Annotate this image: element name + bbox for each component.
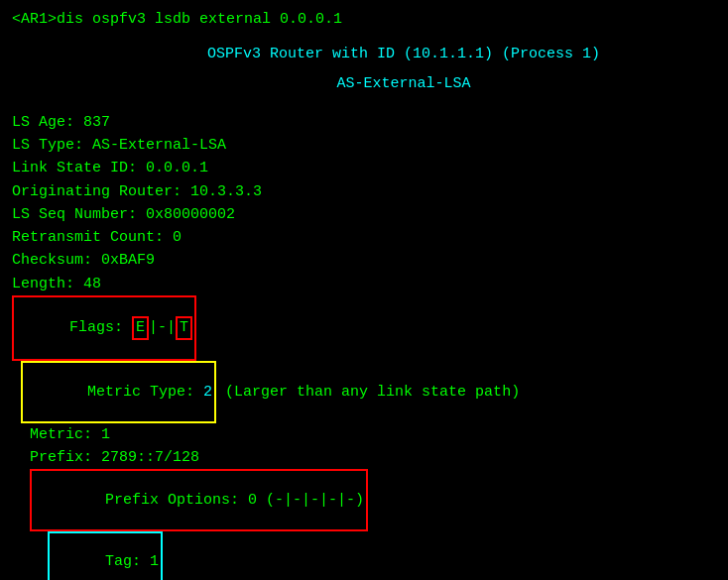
prefix-options-line: Prefix Options: 0 (-|-|-|-|-) — [12, 469, 716, 531]
retransmit-count: Retransmit Count: 0 — [12, 226, 716, 249]
prefix: Prefix: 2789::7/128 — [12, 446, 716, 469]
lsa-type-header: AS-External-LSA — [12, 72, 716, 95]
flags-t-box: T — [176, 316, 192, 340]
prefix-options-indent — [12, 489, 30, 512]
tag-value: 1 — [150, 553, 159, 570]
length: Length: 48 — [12, 273, 716, 295]
metric-type-line: Metric Type: 2 (Larger than any link sta… — [12, 361, 716, 423]
tag-label: Tag: — [105, 553, 150, 570]
ospf-header: OSPFv3 Router with ID (10.1.1.1) (Proces… — [12, 43, 716, 65]
metric-type-desc: (Larger than any link state path) — [216, 381, 520, 404]
link-state-id: Link State ID: 0.0.0.1 — [12, 157, 716, 179]
checksum: Checksum: 0xBAF9 — [12, 249, 716, 272]
ls-seq-number: LS Seq Number: 0x80000002 — [12, 203, 716, 226]
flags-e-box: E — [132, 316, 149, 340]
metric: Metric: 1 — [12, 423, 716, 446]
command-line: <AR1>dis ospfv3 lsdb external 0.0.0.1 — [12, 8, 716, 31]
tag-indent — [12, 550, 48, 573]
flags-box: Flags: E|-|T — [12, 295, 196, 362]
tag-line: Tag: 1 — [12, 531, 716, 580]
metric-type-indent — [12, 381, 21, 404]
flags-line: Flags: E|-|T — [12, 295, 716, 362]
metric-type-box: Metric Type: 2 — [21, 361, 216, 423]
terminal: <AR1>dis ospfv3 lsdb external 0.0.0.1 OS… — [12, 8, 716, 572]
tag-box: Tag: 1 — [48, 531, 163, 580]
flags-label: Flags: — [69, 319, 132, 336]
prefix-options-box: Prefix Options: 0 (-|-|-|-|-) — [30, 469, 368, 531]
ls-type: LS Type: AS-External-LSA — [12, 134, 716, 157]
flags-sep: |-| — [149, 319, 176, 336]
ls-age: LS Age: 837 — [12, 111, 716, 134]
metric-type-label: Metric Type: — [78, 384, 203, 401]
prefix-options-text: Prefix Options: 0 (-|-|-|-|-) — [87, 492, 364, 509]
originating-router: Originating Router: 10.3.3.3 — [12, 180, 716, 203]
metric-type-value: 2 — [203, 384, 212, 401]
